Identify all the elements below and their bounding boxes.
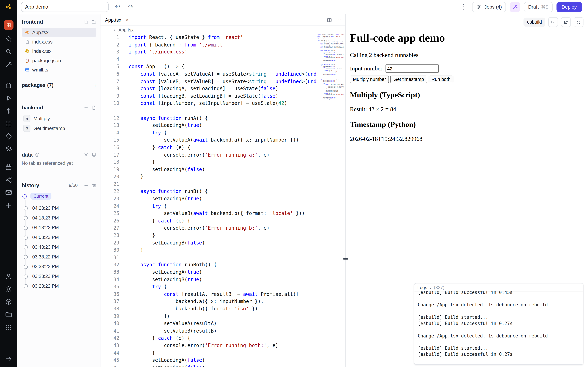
code-editor-panel: App.tsx × ⋯ › App.tsx 1import React, { u… [100, 14, 346, 367]
file-item-index.tsx[interactable]: index.tsx [22, 47, 96, 56]
app-tile[interactable] [4, 20, 13, 30]
home-icon[interactable] [5, 82, 12, 89]
refresh-button[interactable] [574, 17, 584, 27]
breadcrumb-label: App.tsx [119, 27, 134, 33]
code-line-15: 15 setValueA(await backend.a({ x: inputN… [100, 136, 345, 144]
inspect-button[interactable] [548, 17, 558, 27]
jobs-button[interactable]: Jobs (4) [472, 2, 506, 12]
mail-icon[interactable] [5, 189, 12, 196]
redo-button[interactable]: ↷ [126, 2, 136, 12]
code-line-12: 12 async function runA() { [100, 115, 345, 122]
code-line-28: 28 } [100, 232, 345, 239]
code-area[interactable]: 1import React, { useState } from 'react'… [100, 34, 345, 367]
file-item-index.css[interactable]: index.css [22, 37, 96, 47]
history-current-row: Current [22, 191, 96, 201]
runnable-item-a[interactable]: aMultiply [22, 113, 96, 123]
code-line-7: 7 const [valueB, setValueB] = useState<s… [100, 78, 345, 85]
windmill-logo[interactable] [5, 3, 12, 10]
ellipsis-icon[interactable]: ⋯ [336, 17, 342, 23]
left-rail [0, 0, 17, 367]
logs-body[interactable]: [esbuild] Build successful in 0.45s Chan… [415, 291, 583, 363]
input-number-field[interactable] [386, 65, 439, 73]
history-time: 03:23:22 PM [32, 284, 59, 289]
react-alt-icon [25, 49, 30, 54]
tab-app-tsx[interactable]: App.tsx × [100, 14, 134, 25]
preview-toolbar: esbuild [524, 17, 583, 27]
new-folder-icon[interactable] [92, 19, 96, 24]
folder-icon[interactable] [5, 311, 12, 318]
history-dot [24, 265, 28, 269]
history-entry[interactable]: 03:23:22 PM [22, 281, 96, 291]
camera-icon[interactable] [92, 183, 96, 188]
gear-icon[interactable] [5, 285, 12, 293]
share-icon[interactable] [5, 176, 12, 184]
history-entry[interactable]: 03:43:23 PM [22, 242, 96, 252]
close-icon[interactable]: × [125, 18, 130, 22]
open-external-button[interactable] [561, 17, 571, 27]
history-entry[interactable]: 03:33:23 PM [22, 262, 96, 272]
esbuild-badge[interactable]: esbuild [524, 18, 545, 26]
history-entry[interactable]: 04:08:23 PM [22, 233, 96, 242]
tab-label: App.tsx [105, 17, 121, 23]
code-line-1: 1import React, { useState } from 'react' [100, 34, 345, 41]
history-add-icon[interactable] [84, 183, 88, 188]
star-icon[interactable] [5, 35, 12, 43]
logs-header[interactable]: Logs ⌄ (327) [415, 284, 583, 291]
calendar-icon[interactable] [5, 163, 12, 171]
grid-icon[interactable] [5, 324, 12, 331]
arrow-right-icon[interactable] [5, 355, 12, 362]
user-icon[interactable] [5, 273, 12, 280]
ai-wand-button[interactable] [510, 2, 520, 12]
diamond-icon[interactable] [5, 133, 12, 140]
more-menu-button[interactable]: ⋮ [459, 2, 469, 12]
history-entry[interactable]: 04:18:23 PM [22, 213, 96, 223]
blocks-icon[interactable] [5, 120, 12, 127]
packages-title: packages (7) [22, 82, 53, 88]
data-title: data [22, 152, 33, 158]
history-entry[interactable]: 03:38:22 PM [22, 252, 96, 262]
history-entry[interactable]: 03:28:23 PM [22, 272, 96, 281]
logs-chevron-icon: ⌄ [429, 285, 432, 289]
panel-resize-handle[interactable] [343, 259, 348, 259]
minimap[interactable]: import React, { useState } from 'react'i… [316, 34, 344, 100]
box-icon[interactable] [5, 298, 12, 306]
split-view-icon[interactable] [327, 17, 332, 23]
new-file-icon[interactable] [84, 19, 88, 24]
wand-icon[interactable] [5, 61, 12, 68]
run-both-button[interactable]: Run both [428, 76, 453, 83]
history-entry[interactable]: 04:13:22 PM [22, 223, 96, 233]
log-line [418, 327, 580, 333]
undo-button[interactable]: ↶ [112, 2, 122, 12]
code-line-2: 2import { backend } from './wmill' [100, 41, 345, 48]
code-line-20: 20 } [100, 173, 345, 181]
app-name-input[interactable] [21, 2, 109, 12]
preview-content: Full-code app demo Calling 2 backend run… [346, 14, 588, 142]
jobs-label: Jobs (4) [484, 4, 502, 10]
editor-tabbar: App.tsx × ⋯ [100, 14, 345, 26]
file-item-wmill.ts[interactable]: wmill.ts [22, 65, 96, 75]
add-table-icon[interactable] [92, 152, 96, 157]
new-script-icon[interactable] [92, 105, 96, 110]
layers-icon[interactable] [5, 145, 12, 153]
draft-button[interactable]: Draft ⌘S [524, 2, 553, 12]
history-current-badge[interactable]: Current [30, 193, 52, 200]
runnable-item-b[interactable]: bGet timestamp [22, 123, 96, 133]
search-icon[interactable] [5, 48, 12, 55]
rail-group-workspace [5, 82, 12, 153]
file-item-App.tsx[interactable]: App.tsx [22, 28, 96, 37]
code-line-41: 41 setValueB(resultB) [100, 327, 345, 334]
data-settings-icon[interactable] [84, 152, 88, 157]
get-timestamp-button[interactable]: Get timestamp [390, 76, 427, 83]
file-item-package.json[interactable]: {}package.json [22, 56, 96, 65]
dollar-icon[interactable] [5, 107, 12, 115]
code-line-24: 24 try { [100, 202, 345, 210]
code-line-18: 18 } [100, 158, 345, 166]
play-icon[interactable] [5, 94, 12, 102]
deploy-button[interactable]: Deploy [556, 2, 582, 12]
rail-group-secondary [5, 163, 12, 209]
plus-icon[interactable] [5, 201, 12, 209]
packages-row[interactable]: packages (7) › [22, 82, 96, 88]
multiply-number-button[interactable]: Multiply number [350, 76, 389, 83]
add-runnable-icon[interactable] [84, 105, 88, 110]
history-entry[interactable]: 04:23:23 PM [22, 203, 96, 213]
